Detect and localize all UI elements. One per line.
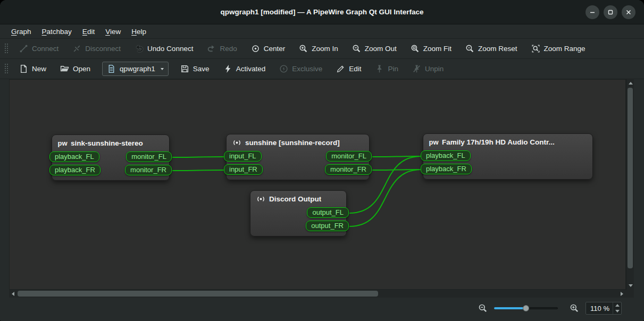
title-bar[interactable]: qpwgraph1 [modified] — A PipeWire Graph … bbox=[0, 0, 644, 24]
pipewire-icon: pw bbox=[58, 139, 67, 148]
zoom-in-icon bbox=[299, 44, 308, 53]
port-output[interactable]: output_FR bbox=[306, 221, 349, 231]
port-output[interactable]: monitor_FL bbox=[326, 151, 372, 162]
node-title: sink-sunshine-stereo bbox=[71, 139, 143, 147]
port-input[interactable]: input_FL bbox=[224, 151, 262, 162]
node-title: Discord Output bbox=[269, 195, 321, 203]
zoom-in-icon[interactable] bbox=[570, 303, 579, 313]
open-icon bbox=[60, 64, 69, 73]
edit-icon bbox=[336, 64, 345, 73]
spin-down-button[interactable] bbox=[613, 308, 621, 314]
menu-graph[interactable]: Graph bbox=[6, 26, 36, 37]
toolbar-drag-handle[interactable] bbox=[4, 63, 8, 74]
menu-edit[interactable]: Edit bbox=[78, 26, 99, 37]
port-output[interactable]: monitor_FL bbox=[126, 151, 172, 162]
window-controls bbox=[586, 5, 635, 19]
scroll-left-button[interactable] bbox=[9, 290, 17, 298]
zoom-slider[interactable] bbox=[494, 304, 558, 312]
edit-button[interactable]: Edit bbox=[332, 62, 365, 76]
connection-wire[interactable] bbox=[172, 170, 224, 171]
patchbay-select-value: qpwgraph1 bbox=[120, 65, 155, 73]
vertical-scroll-track[interactable] bbox=[626, 87, 634, 282]
node-title: sunshine [sunshine-record] bbox=[245, 139, 340, 147]
save-icon bbox=[180, 64, 189, 73]
zoom-out-button[interactable]: Zoom Out bbox=[348, 41, 401, 56]
vertical-scroll-handle[interactable] bbox=[628, 88, 633, 268]
close-icon bbox=[624, 8, 633, 16]
activated-icon bbox=[223, 64, 232, 73]
port-output[interactable]: monitor_FR bbox=[325, 164, 372, 175]
zoom-in-button[interactable]: Zoom In bbox=[295, 41, 342, 56]
close-button[interactable] bbox=[622, 5, 635, 19]
scroll-right-button[interactable] bbox=[618, 290, 626, 298]
redo-icon bbox=[207, 44, 216, 53]
open-button[interactable]: Open bbox=[56, 62, 95, 76]
new-button[interactable]: New bbox=[15, 62, 51, 76]
minimize-button[interactable] bbox=[586, 5, 599, 19]
audio-device-icon bbox=[232, 138, 241, 147]
scrollbar-corner bbox=[626, 290, 634, 298]
spin-up-button[interactable] bbox=[613, 302, 621, 308]
spin-buttons bbox=[613, 302, 621, 314]
zoom-range-button[interactable]: Zoom Range bbox=[527, 41, 590, 56]
port-input[interactable]: playback_FR bbox=[49, 165, 101, 175]
zoom-reset-button[interactable]: Zoom Reset bbox=[461, 41, 522, 56]
toolbar-graph: ConnectDisconnectUndo ConnectRedoCenterZ… bbox=[0, 39, 644, 59]
port-input[interactable]: playback_FL bbox=[421, 150, 471, 161]
zoom-fit-button[interactable]: Zoom Fit bbox=[406, 41, 456, 56]
zoom-spinbox[interactable]: 110 % bbox=[586, 302, 622, 315]
zoom-value[interactable]: 110 % bbox=[586, 302, 613, 314]
minimize-icon bbox=[588, 8, 597, 16]
connections-layer bbox=[10, 80, 625, 289]
zoom-out-icon[interactable] bbox=[478, 303, 488, 313]
menu-patchbay[interactable]: Patchbay bbox=[37, 26, 77, 37]
center-icon bbox=[251, 44, 260, 53]
zoom-reset-icon bbox=[465, 44, 474, 53]
status-bar: 110 % bbox=[0, 298, 644, 321]
scroll-up-button[interactable] bbox=[626, 79, 634, 87]
port-output[interactable]: output_FL bbox=[307, 207, 349, 218]
pin-icon bbox=[375, 64, 384, 73]
unpin-icon bbox=[412, 64, 421, 73]
zoom-fit-icon bbox=[411, 44, 420, 53]
connection-wire[interactable] bbox=[172, 157, 224, 157]
unpin-button[interactable]: Unpin bbox=[408, 62, 448, 76]
patchbay-select[interactable]: qpwgraph1 bbox=[102, 62, 169, 76]
zoom-slider-thumb[interactable] bbox=[523, 305, 529, 311]
port-output[interactable]: monitor_FR bbox=[125, 165, 172, 175]
port-input[interactable]: playback_FR bbox=[421, 164, 472, 174]
undo-connect-button[interactable]: Undo Connect bbox=[130, 41, 197, 56]
horizontal-scroll-handle[interactable] bbox=[18, 291, 378, 297]
redo-button[interactable]: Redo bbox=[203, 41, 241, 56]
graph-node-sunshine[interactable]: sunshine [sunshine-record]input_FLinput_… bbox=[226, 134, 370, 180]
horizontal-scrollbar[interactable] bbox=[9, 290, 626, 298]
scroll-down-button[interactable] bbox=[626, 282, 634, 290]
save-button[interactable]: Save bbox=[176, 62, 214, 76]
disconnect-button[interactable]: Disconnect bbox=[68, 41, 125, 56]
graph-canvas[interactable]: pwsink-sunshine-stereoplayback_FLplaybac… bbox=[9, 79, 626, 290]
port-input[interactable]: playback_FL bbox=[49, 151, 99, 162]
pin-button[interactable]: Pin bbox=[371, 62, 403, 76]
zoom-range-icon bbox=[531, 44, 540, 53]
window-title: qpwgraph1 [modified] — A PipeWire Graph … bbox=[0, 8, 644, 16]
new-icon bbox=[19, 64, 28, 73]
maximize-button[interactable] bbox=[604, 5, 617, 19]
activated-button[interactable]: Activated bbox=[219, 62, 270, 76]
toolbar-drag-handle[interactable] bbox=[4, 43, 8, 54]
zoom-slider-fill bbox=[494, 307, 526, 309]
app-window: qpwgraph1 [modified] — A PipeWire Graph … bbox=[0, 0, 644, 321]
menu-view[interactable]: View bbox=[101, 26, 126, 37]
vertical-scrollbar[interactable] bbox=[626, 79, 634, 290]
center-button[interactable]: Center bbox=[247, 41, 290, 56]
exclusive-button[interactable]: Exclusive bbox=[275, 62, 327, 76]
connect-button[interactable]: Connect bbox=[15, 41, 63, 56]
disconnect-icon bbox=[72, 44, 81, 53]
port-input[interactable]: input_FR bbox=[224, 164, 263, 175]
graph-node-discord[interactable]: Discord Outputoutput_FLoutput_FR bbox=[250, 190, 347, 236]
graph-node-sink[interactable]: pwsink-sunshine-stereoplayback_FLplaybac… bbox=[52, 134, 170, 181]
zoom-out-icon bbox=[352, 44, 361, 53]
menu-help[interactable]: Help bbox=[127, 26, 151, 37]
exclusive-icon bbox=[279, 64, 288, 73]
horizontal-scroll-track[interactable] bbox=[17, 290, 618, 298]
graph-node-family[interactable]: pwFamily 17h/19h HD Audio Contr...playba… bbox=[423, 133, 593, 180]
